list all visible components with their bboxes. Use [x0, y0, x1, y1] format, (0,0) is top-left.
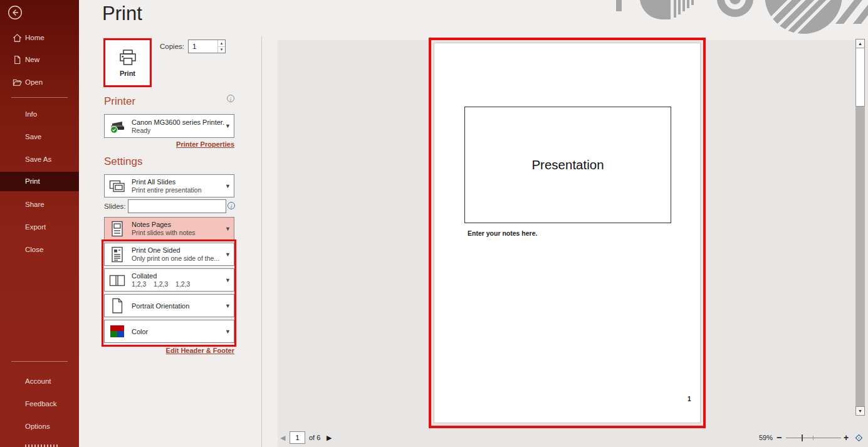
chevron-down-icon: ▼ [225, 183, 231, 189]
sidebar-item-label: Print [25, 177, 40, 185]
sidebar-item-new[interactable]: New [0, 52, 79, 67]
chevron-down-icon: ▼ [225, 303, 231, 309]
slide-title-text: Presentation [531, 157, 604, 172]
sidebar-divider [11, 361, 68, 362]
collation-dropdown[interactable]: Collated 1,2,3 1,2,3 1,2,3 ▼ [104, 268, 234, 292]
color-swatch-icon [107, 323, 127, 340]
printer-device-icon [107, 118, 127, 134]
back-arrow-icon [8, 5, 23, 20]
sidebar-item-print[interactable]: Print [0, 172, 79, 191]
scrollbar-thumb[interactable] [855, 48, 865, 107]
sidebar-item-label: Share [25, 201, 44, 208]
printer-status: Ready [132, 127, 225, 135]
copies-stepper: ▲ ▼ [188, 39, 226, 53]
copies-increment-button[interactable]: ▲ [218, 40, 225, 46]
printer-info-icon[interactable]: i [227, 95, 234, 102]
open-folder-icon [13, 78, 22, 87]
print-button-label: Print [120, 70, 135, 77]
printer-select-dropdown[interactable]: Canon MG3600 series Printer... Ready ▼ [104, 114, 234, 138]
sidebar-item-feedback[interactable]: Feedback [0, 396, 79, 411]
notes-page-preview: Presentation Enter your notes here. 1 [434, 43, 701, 423]
sidebar-item-info[interactable]: Info [0, 107, 79, 122]
notes-placeholder-text: Enter your notes here. [468, 229, 537, 237]
previous-page-button[interactable]: ◀ [280, 434, 285, 442]
new-document-icon [13, 55, 22, 65]
sidebar-divider [11, 97, 68, 98]
preview-page-number: 1 [688, 396, 691, 402]
print-sides-dropdown[interactable]: Print One Sided Only print on one side o… [104, 243, 234, 266]
sidebar-item-label: Feedback [25, 400, 57, 408]
portrait-page-icon [107, 298, 127, 314]
copies-label: Copies: [160, 43, 184, 50]
printer-properties-link[interactable]: Printer Properties [104, 140, 234, 148]
sidebar-item-label: Export [25, 223, 46, 231]
scroll-down-button[interactable]: ▼ [855, 406, 865, 416]
sidebar-item-label: Options [25, 423, 50, 430]
panel-divider [261, 36, 262, 447]
edit-header-footer-link[interactable]: Edit Header & Footer [104, 347, 234, 354]
sidebar-item-label: Info [25, 110, 37, 118]
fit-to-window-icon [854, 433, 864, 443]
zoom-in-button[interactable]: + [844, 433, 849, 443]
sidebar-item-label: Account [25, 377, 51, 385]
sidebar-item-account[interactable]: Account [0, 374, 79, 389]
copies-decrement-button[interactable]: ▼ [218, 46, 225, 53]
sidebar-item-share[interactable]: Share [0, 197, 79, 212]
scroll-up-button[interactable]: ▲ [855, 39, 865, 48]
preview-scrollbar[interactable]: ▲ ▼ [855, 39, 865, 416]
color-mode-dropdown[interactable]: Color ▼ [104, 320, 234, 343]
zoom-slider-track[interactable] [786, 438, 841, 438]
all-slides-icon [107, 178, 127, 194]
dropdown-title: Notes Pages [132, 220, 225, 229]
print-button[interactable]: Print [106, 41, 149, 85]
sidebar-item-open[interactable]: Open [0, 75, 79, 90]
sidebar-item-close[interactable]: Close [0, 242, 79, 257]
print-range-dropdown[interactable]: Print All Slides Print entire presentati… [104, 174, 234, 197]
chevron-down-icon: ▼ [225, 277, 231, 283]
sidebar-item-save-as[interactable]: Save As [0, 152, 79, 167]
page-count-label: of 6 [309, 434, 320, 441]
backstage-decorative-art [586, 0, 868, 39]
next-page-button[interactable]: ▶ [327, 434, 332, 442]
slides-range-input[interactable] [128, 199, 226, 213]
slides-label: Slides: [104, 202, 126, 210]
printer-section-heading: Printer [104, 95, 135, 108]
orientation-dropdown[interactable]: Portrait Orientation ▼ [104, 294, 234, 317]
back-button[interactable] [8, 5, 23, 20]
chevron-down-icon: ▼ [225, 251, 231, 258]
dropdown-subtitle: Print slides with notes [132, 229, 225, 237]
sidebar-item-save[interactable]: Save [0, 129, 79, 144]
fit-to-window-button[interactable] [854, 433, 864, 445]
zoom-out-button[interactable]: − [776, 432, 782, 443]
dropdown-subtitle: Only print on one side of the... [132, 255, 225, 263]
current-page-input[interactable] [290, 431, 305, 444]
sidebar-item-export[interactable]: Export [0, 219, 79, 234]
dropdown-title: Print One Sided [132, 246, 225, 255]
dropdown-title: Color [132, 327, 225, 336]
home-icon [13, 33, 22, 43]
chevron-down-icon: ▼ [225, 123, 231, 129]
zoom-slider-center-tick [813, 436, 813, 440]
one-sided-page-icon [107, 246, 127, 263]
printer-icon [118, 49, 137, 66]
sidebar-item-home[interactable]: Home [0, 30, 79, 45]
sidebar-item-label: Home [25, 34, 44, 41]
dropdown-subtitle: 1,2,3 1,2,3 1,2,3 [132, 280, 225, 288]
settings-section-heading: Settings [104, 155, 142, 168]
chevron-down-icon: ▼ [225, 329, 231, 335]
printer-name: Canon MG3600 series Printer... [132, 118, 225, 127]
copies-input[interactable] [189, 40, 217, 53]
dropdown-title: Collated [132, 271, 225, 280]
backstage-sidebar: Home New Open Info Save Save As Print Sh… [0, 0, 79, 447]
sidebar-item-label: New [25, 56, 39, 63]
zoom-slider-thumb[interactable] [802, 434, 803, 441]
page-title: Print [102, 3, 142, 25]
print-layout-dropdown[interactable]: Notes Pages Print slides with notes ▼ [104, 217, 234, 240]
notes-pages-icon [107, 221, 127, 237]
collated-icon [107, 272, 127, 288]
slides-info-icon[interactable]: i [227, 202, 235, 209]
sidebar-item-label: Save [25, 133, 41, 140]
sidebar-item-clipped [25, 444, 58, 447]
dropdown-subtitle: Print entire presentation [132, 186, 225, 194]
sidebar-item-options[interactable]: Options [0, 419, 79, 434]
